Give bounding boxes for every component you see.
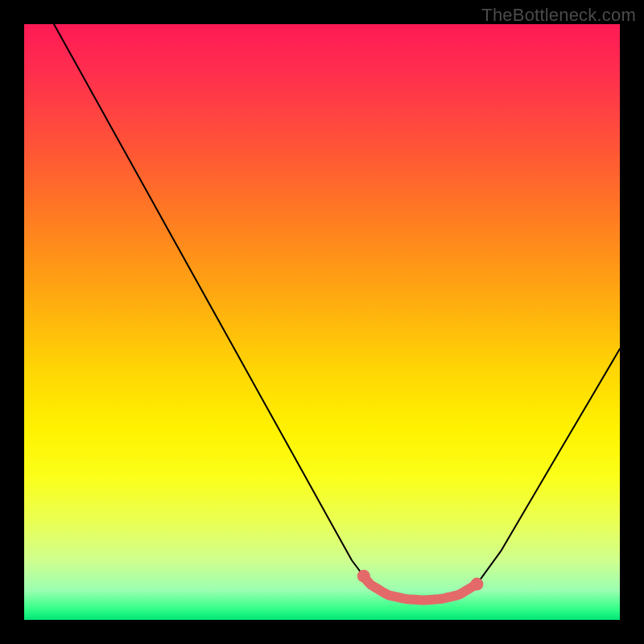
highlight-dot-end xyxy=(470,578,483,591)
plot-area xyxy=(24,24,620,620)
curve-overlay xyxy=(24,24,620,620)
bottleneck-curve xyxy=(54,24,620,601)
watermark-text: TheBottleneck.com xyxy=(481,5,636,26)
highlight-dot-start xyxy=(357,570,370,583)
highlight-region xyxy=(357,570,484,601)
highlight-stroke xyxy=(364,576,475,601)
